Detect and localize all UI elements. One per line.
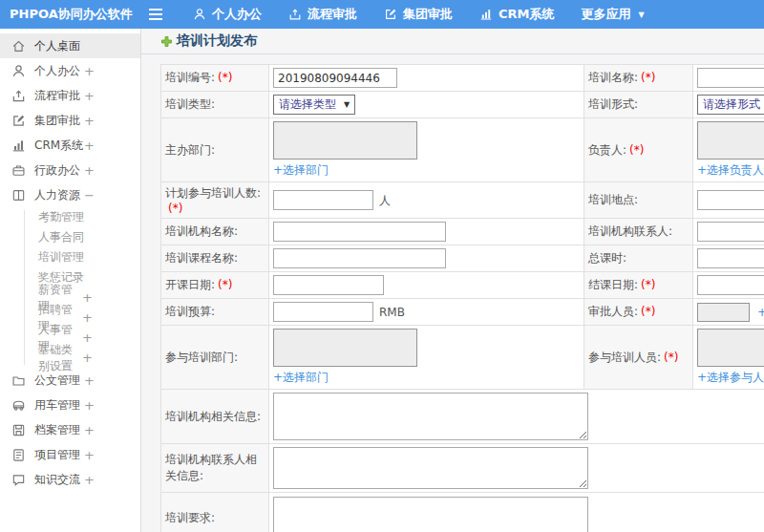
training-form-select[interactable]: 请选择形式▼ <box>697 95 764 115</box>
host-dept-box[interactable] <box>273 121 417 160</box>
car-icon <box>11 398 26 413</box>
training-no-input[interactable] <box>273 68 397 88</box>
field-label: 负责人:(*) <box>584 118 693 182</box>
currency-label: RMB <box>379 306 405 319</box>
org-contact-info-textarea[interactable] <box>273 447 588 489</box>
field-label: 培训编号:(*) <box>161 65 269 92</box>
expand-icon[interactable]: + <box>84 423 140 437</box>
app-logo: PHPOA协同办公软件 <box>0 6 141 23</box>
course-name-input[interactable] <box>273 248 446 268</box>
required-mark: (*) <box>218 278 232 291</box>
top-bar: PHPOA协同办公软件 个人办公 流程审批 集团审批 CRM系统 更多应用 ▼ <box>0 0 764 29</box>
expand-icon[interactable]: + <box>84 114 140 128</box>
field-label: 总课时: <box>584 245 693 272</box>
nav-more-apps[interactable]: 更多应用 ▼ <box>568 6 658 23</box>
sidebar-item-knowledge[interactable]: 知识交流 + <box>0 467 140 492</box>
join-staff-box[interactable] <box>697 329 764 367</box>
field-label: 主办部门: <box>161 118 269 182</box>
top-nav: 个人办公 流程审批 集团审批 CRM系统 更多应用 ▼ <box>180 6 658 23</box>
sidebar-item-projects[interactable]: 项目管理 + <box>0 442 140 467</box>
approver-box[interactable] <box>697 303 750 322</box>
sidebar-item-personal-office[interactable]: 个人办公 + <box>0 58 140 83</box>
user-icon <box>11 64 26 78</box>
field-label: 结课日期:(*) <box>584 272 693 299</box>
page-title-bar: 培训计划发布 <box>141 29 764 54</box>
start-date-input[interactable] <box>273 275 384 295</box>
sidebar-item-group-approval[interactable]: 集团审批 + <box>0 108 140 133</box>
requirements-textarea[interactable] <box>273 497 588 532</box>
expand-icon[interactable]: + <box>84 64 140 78</box>
sidebar-item-hr[interactable]: 人力资源 − <box>0 182 140 207</box>
folder-icon <box>11 373 26 388</box>
required-mark: (*) <box>168 202 182 215</box>
field-label: 培训机构名称: <box>161 219 269 245</box>
total-hours-input[interactable] <box>697 248 764 268</box>
expand-icon[interactable]: + <box>82 351 140 365</box>
field-label: 审批人员:(*) <box>584 299 693 326</box>
page-title: 培训计划发布 <box>177 32 257 50</box>
archive-icon <box>11 423 26 437</box>
sidebar-item-crm[interactable]: CRM系统 + <box>0 133 140 158</box>
sidebar-item-admin-office[interactable]: 行政办公 + <box>0 158 140 182</box>
field-label: 开课日期:(*) <box>161 272 269 299</box>
expand-icon[interactable]: + <box>82 330 140 345</box>
expand-icon[interactable]: + <box>82 310 140 325</box>
expand-icon[interactable]: + <box>82 290 140 305</box>
briefcase-icon <box>11 163 26 178</box>
field-label: 培训机构联系人相关信息: <box>161 444 269 493</box>
expand-icon[interactable]: + <box>84 138 140 153</box>
end-date-input[interactable] <box>697 275 764 295</box>
required-mark: (*) <box>641 71 655 84</box>
expand-icon[interactable]: + <box>84 448 140 462</box>
field-label: 培训要求: <box>161 493 269 532</box>
leader-box[interactable] <box>697 121 764 160</box>
org-name-input[interactable] <box>273 222 446 242</box>
required-mark: (*) <box>641 305 655 318</box>
hamburger-menu-icon[interactable] <box>147 8 164 21</box>
sidebar-item-desktop[interactable]: 个人桌面 <box>0 33 140 58</box>
join-depts-box[interactable] <box>273 329 417 367</box>
org-info-textarea[interactable] <box>273 393 588 440</box>
nav-process-approval[interactable]: 流程审批 <box>275 6 371 23</box>
budget-input[interactable] <box>273 302 373 322</box>
pick-leader-link[interactable]: +选择负责人 <box>697 162 764 179</box>
pick-approver-link[interactable]: +选择审批人 <box>757 306 764 319</box>
sidebar-subitem-training[interactable]: 培训管理 <box>0 247 140 267</box>
collapse-icon[interactable]: − <box>84 188 140 202</box>
training-name-input[interactable] <box>697 68 764 88</box>
org-contact-input[interactable] <box>697 222 764 242</box>
main-content: 培训计划发布 培训编号:(*) 培训名称:(*) 培训类型: 请选择类型▼ 培训… <box>141 29 764 532</box>
table-row: 培训要求: <box>161 493 764 532</box>
planned-count-input[interactable] <box>273 190 373 210</box>
expand-icon[interactable]: + <box>84 398 140 413</box>
table-row: 培训课程名称: 总课时: <box>161 245 764 272</box>
location-input[interactable] <box>697 190 764 210</box>
pick-dept-link[interactable]: +选择部门 <box>273 162 329 179</box>
nav-personal-office[interactable]: 个人办公 <box>180 6 275 23</box>
sidebar-item-process-approval[interactable]: 流程审批 + <box>0 83 140 108</box>
caret-down-icon: ▼ <box>344 100 350 109</box>
required-mark: (*) <box>218 71 232 84</box>
field-label: 参与培训部门: <box>161 326 269 390</box>
expand-icon[interactable]: + <box>84 373 140 388</box>
field-label: 培训形式: <box>584 92 693 118</box>
table-row: 计划参与培训人数:(*) 人 培训地点: <box>161 182 764 219</box>
pick-dept-link[interactable]: +选择部门 <box>273 370 329 386</box>
expand-icon[interactable]: + <box>84 89 140 103</box>
nav-crm-system[interactable]: CRM系统 <box>466 6 568 23</box>
sidebar-subitem-hr-contract[interactable]: 人事合同 <box>0 227 140 247</box>
table-row: 培训机构联系人相关信息: <box>161 444 764 493</box>
sidebar-item-archives[interactable]: 档案管理 + <box>0 417 140 442</box>
sidebar-subitem-attendance[interactable]: 考勤管理 <box>0 207 140 227</box>
table-row: 培训机构名称: 培训机构联系人: <box>161 219 764 245</box>
expand-icon[interactable]: + <box>84 163 140 178</box>
nav-group-approval[interactable]: 集团审批 <box>371 6 466 23</box>
table-row: 培训编号:(*) 培训名称:(*) <box>161 65 764 92</box>
sidebar-subitem-base-category[interactable]: 基础类别设置 + <box>0 348 140 368</box>
pick-staff-link[interactable]: +选择参与人员 <box>697 370 764 386</box>
table-row: 培训预算: RMB 审批人员:(*) +选择审批人 <box>161 299 764 326</box>
expand-icon[interactable]: + <box>84 473 140 487</box>
training-type-select[interactable]: 请选择类型▼ <box>273 95 355 115</box>
sidebar-item-vehicles[interactable]: 用车管理 + <box>0 393 140 417</box>
required-mark: (*) <box>641 278 655 291</box>
